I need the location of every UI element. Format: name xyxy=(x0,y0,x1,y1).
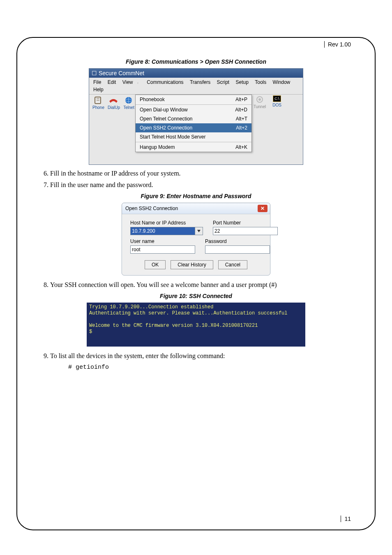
term-line-3: Welcome to the CMC firmware version 3.10… xyxy=(89,323,258,328)
menu-communications[interactable]: Communications xyxy=(144,79,186,86)
toolbar-right: Tunnel C:\ DOS xyxy=(254,95,281,109)
dd-hangup-modem-label: Hangup Modem xyxy=(140,144,175,150)
page-frame: Figure 8: Communications > Open SSH Conn… xyxy=(16,37,376,530)
window-titlebar: ☐ Secure CommNet xyxy=(89,69,303,78)
figure-8-caption: Figure 8: Communications > Open SSH Conn… xyxy=(42,58,350,65)
dd-open-telnet-shortcut: Alt+T xyxy=(236,116,247,122)
term-line-0: Trying 10.7.9.200...Connection establish… xyxy=(89,304,213,310)
user-label: User name xyxy=(130,238,195,244)
menu-edit[interactable]: Edit xyxy=(105,79,119,86)
dd-open-ssh2[interactable]: Open SSH2 Connection Alt+2 xyxy=(136,123,251,132)
cancel-button[interactable]: Cancel xyxy=(218,260,247,269)
app-icon: ☐ xyxy=(92,70,97,76)
toolbar-left: Phone DialUp Telnet xyxy=(89,95,138,111)
host-input[interactable] xyxy=(130,227,195,235)
tunnel-label: Tunnel xyxy=(254,104,266,109)
tunnel-icon xyxy=(255,95,264,104)
window-title: Secure CommNet xyxy=(99,70,144,76)
step-9-text: To list all the devices in the system, e… xyxy=(50,352,225,359)
step-list-c: To list all the devices in the system, e… xyxy=(50,352,350,360)
dd-start-telnet-host[interactable]: Start Telnet Host Mode Server xyxy=(136,132,251,141)
tunnel-button[interactable]: Tunnel xyxy=(254,95,266,109)
ok-button[interactable]: OK xyxy=(145,260,166,269)
toolbar-label-phone: Phone xyxy=(92,105,104,110)
command-code: # getioinfo xyxy=(68,364,350,371)
pass-label: Password xyxy=(205,238,270,244)
dd-start-telnet-host-label: Start Telnet Host Mode Server xyxy=(140,134,206,140)
menu-window[interactable]: Window xyxy=(270,79,293,86)
step-list-a: Fill in the hostname or IP address of yo… xyxy=(50,170,350,189)
secure-commnet-window: ☐ Secure CommNet File Edit View Communic… xyxy=(89,68,303,165)
menu-script[interactable]: Script xyxy=(214,79,232,86)
menu-transfers[interactable]: Transfers xyxy=(187,79,213,86)
step-list-b: Your SSH connection will open. You will … xyxy=(50,281,350,289)
dd-open-dialup[interactable]: Open Dial-up Window Alt+D xyxy=(136,105,251,114)
chevron-down-icon xyxy=(197,230,201,232)
term-line-4: $ xyxy=(89,329,92,335)
step-7: Fill in the user name and the password. xyxy=(50,181,350,189)
dos-label: DOS xyxy=(272,103,281,107)
port-input[interactable] xyxy=(213,227,278,235)
figure-9-caption: Figure 9: Enter Hostname and Password xyxy=(42,193,350,199)
dialog-title: Open SSH2 Connection xyxy=(125,206,178,211)
menubar: File Edit View Communications Transfers … xyxy=(89,78,303,95)
ssh-terminal: Trying 10.7.9.200...Connection establish… xyxy=(87,303,305,347)
dd-open-dialup-shortcut: Alt+D xyxy=(235,107,247,113)
host-label: Host Name or IP Address xyxy=(130,220,203,226)
dd-open-telnet-label: Open Telnet Connection xyxy=(140,116,193,122)
figure-10-caption: Figure 10: SSH Connected xyxy=(42,293,350,299)
menu-setup[interactable]: Setup xyxy=(233,79,251,86)
clear-history-button[interactable]: Clear History xyxy=(171,260,213,269)
dd-hangup-modem-shortcut: Alt+K xyxy=(235,144,247,150)
pass-input[interactable] xyxy=(205,245,270,254)
dd-open-ssh2-label: Open SSH2 Connection xyxy=(140,125,192,131)
dd-hangup-modem[interactable]: Hangup Modem Alt+K xyxy=(136,143,251,152)
port-label: Port Number xyxy=(213,220,278,226)
open-ssh2-dialog: Open SSH2 Connection ✕ Host Name or IP A… xyxy=(122,203,270,275)
close-icon[interactable]: ✕ xyxy=(258,205,267,212)
dd-phonebook-shortcut: Alt+P xyxy=(235,97,247,102)
dd-open-telnet[interactable]: Open Telnet Connection Alt+T xyxy=(136,114,251,123)
user-input[interactable] xyxy=(130,245,195,254)
phonebook-icon[interactable] xyxy=(94,96,103,104)
dos-icon: C:\ xyxy=(273,95,281,102)
dialog-titlebar: Open SSH2 Connection ✕ xyxy=(122,203,270,214)
toolbar-label-telnet: Telnet xyxy=(123,105,134,110)
phone-icon[interactable] xyxy=(108,96,119,104)
term-line-1: Authenticating with server. Please wait.… xyxy=(89,310,287,316)
globe-icon[interactable] xyxy=(124,96,133,104)
host-dropdown-arrow[interactable] xyxy=(195,227,203,235)
menu-help[interactable]: Help xyxy=(91,86,106,93)
menu-tools[interactable]: Tools xyxy=(252,79,269,86)
menu-file[interactable]: File xyxy=(91,79,104,86)
dd-open-ssh2-shortcut: Alt+2 xyxy=(236,125,247,131)
step-8: Your SSH connection will open. You will … xyxy=(50,281,350,289)
communications-dropdown: Phonebook Alt+P Open Dial-up Window Alt+… xyxy=(135,95,252,152)
page-number: 11 xyxy=(341,516,351,522)
menu-view[interactable]: View xyxy=(120,79,136,86)
svg-point-7 xyxy=(258,98,261,101)
dd-open-dialup-label: Open Dial-up Window xyxy=(140,107,188,113)
toolbar-label-dialup: DialUp xyxy=(108,105,120,110)
step-6: Fill in the hostname or IP address of yo… xyxy=(50,170,350,177)
step-9: To list all the devices in the system, e… xyxy=(50,352,350,360)
dd-phonebook-label: Phonebook xyxy=(140,97,165,102)
dos-button[interactable]: C:\ DOS xyxy=(272,95,281,109)
svg-marker-8 xyxy=(197,230,201,232)
dd-phonebook[interactable]: Phonebook Alt+P xyxy=(136,95,251,104)
